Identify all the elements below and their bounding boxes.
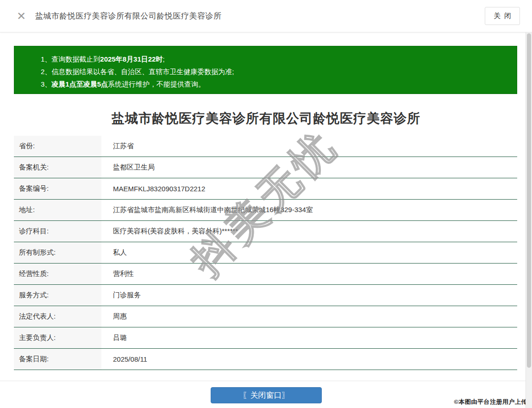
field-value: 私人: [101, 242, 517, 263]
notice-line-3: 3、凌晨1点至凌晨5点系统进行维护，不能提供查询。: [41, 78, 507, 90]
field-label: 备案编号:: [14, 178, 101, 199]
table-row: 法定代表人: 周惠: [14, 306, 517, 327]
notice-line-2: 2、信息数据结果以各省、自治区、直辖市卫生健康委数据为准;: [41, 65, 507, 78]
table-row: 诊疗科目: 医疗美容科(美容皮肤科，美容外科)******: [14, 221, 517, 242]
notice-line-1-text: 查询数据截止到: [51, 55, 100, 63]
notice-line-3-num: 3、: [41, 80, 51, 88]
notice-line-3-post: 系统进行维护，不能提供查询。: [108, 80, 205, 88]
page-title: 盐城市龄悦医疗美容诊所有限公司龄悦医疗美容诊所: [0, 110, 532, 127]
field-value: 吕璐: [101, 327, 517, 348]
scrollbar-thumb[interactable]: [527, 33, 531, 368]
table-row: 省份: 江苏省: [14, 136, 517, 157]
field-value: 医疗美容科(美容皮肤科，美容外科)******: [101, 221, 517, 242]
field-value: 2025/08/11: [101, 349, 517, 370]
notice-line-2-num: 2、: [41, 68, 51, 75]
notice-line-1-num: 1、: [41, 55, 51, 63]
notice-box: 1、查询数据截止到2025年8月31日22时; 2、信息数据结果以各省、自治区、…: [14, 46, 517, 94]
table-row: 经营性质: 营利性: [14, 264, 517, 285]
field-value: 营利性: [101, 264, 517, 284]
field-label: 备案机关:: [14, 157, 101, 178]
field-label: 省份:: [14, 136, 101, 157]
copyright-text: ©本图由平台注册用户上传: [454, 398, 527, 406]
table-row: 所有制形式: 私人: [14, 242, 517, 264]
field-value: 周惠: [101, 306, 517, 327]
scrollbar-track[interactable]: [526, 32, 532, 408]
close-button[interactable]: 关闭: [485, 7, 520, 25]
table-row: 地址: 江苏省盐城市盐南高新区科城街道中南世纪城荣城16幢329-334室: [14, 200, 517, 221]
table-row: 备案日期: 2025/08/11: [14, 349, 517, 370]
table-row: 备案机关: 盐都区卫生局: [14, 157, 517, 178]
field-label: 服务方式:: [14, 285, 101, 306]
field-label: 诊疗科目:: [14, 221, 101, 242]
field-label: 备案日期:: [14, 349, 101, 370]
table-row: 服务方式: 门诊服务: [14, 285, 517, 306]
notice-line-2-text: 信息数据结果以各省、自治区、直辖市卫生健康委数据为准;: [51, 68, 234, 75]
notice-line-1-post: ;: [163, 55, 164, 63]
window-title: 盐城市龄悦医疗美容诊所有限公司龄悦医疗美容诊所: [35, 11, 222, 21]
notice-line-1: 1、查询数据截止到2025年8月31日22时;: [41, 53, 507, 65]
close-x-icon[interactable]: ✕: [17, 11, 26, 22]
field-label: 经营性质:: [14, 264, 101, 284]
field-label: 所有制形式:: [14, 242, 101, 263]
footer-divider: [0, 381, 532, 381]
table-row: 备案编号: MAEMFKLJ832090317D2212: [14, 178, 517, 200]
field-label: 地址:: [14, 200, 101, 220]
header-bar: ✕ 盐城市龄悦医疗美容诊所有限公司龄悦医疗美容诊所 关闭: [0, 0, 532, 32]
field-label: 法定代表人:: [14, 306, 101, 327]
close-window-button[interactable]: 〖关闭窗口〗: [211, 387, 322, 403]
field-label: 主要负责人:: [14, 327, 101, 348]
notice-line-1-bold: 2025年8月31日22时: [100, 55, 163, 63]
field-value: MAEMFKLJ832090317D2212: [101, 178, 517, 199]
page: ✕ 盐城市龄悦医疗美容诊所有限公司龄悦医疗美容诊所 关闭 1、查询数据截止到20…: [0, 0, 532, 408]
field-value: 门诊服务: [101, 285, 517, 306]
notice-line-3-bold: 凌晨1点至凌晨5点: [51, 80, 108, 88]
field-value: 江苏省盐城市盐南高新区科城街道中南世纪城荣城16幢329-334室: [101, 200, 517, 220]
field-value: 盐都区卫生局: [101, 157, 517, 178]
field-value: 江苏省: [101, 136, 517, 157]
table-row: 主要负责人: 吕璐: [14, 327, 517, 349]
info-table: 省份: 江苏省 备案机关: 盐都区卫生局 备案编号: MAEMFKLJ83209…: [14, 136, 517, 370]
